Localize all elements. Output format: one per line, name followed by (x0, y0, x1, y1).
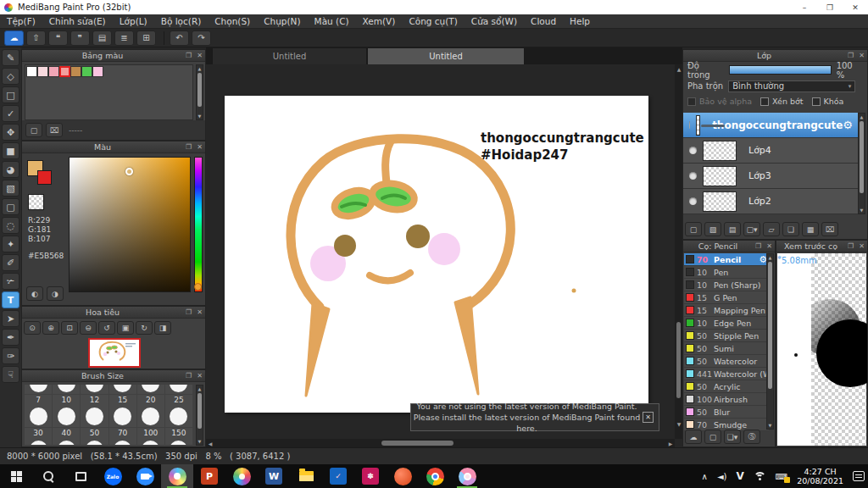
redo-button[interactable]: ↷ (192, 30, 211, 46)
rotate-right-button[interactable]: ↻ (136, 321, 153, 335)
close-panel-icon[interactable]: ✕ (194, 308, 205, 316)
palette-swatch[interactable] (48, 66, 59, 77)
hue-cursor[interactable] (194, 283, 202, 291)
taskbar-medibang-active[interactable] (161, 464, 193, 488)
select-rect-tool[interactable]: ▢ (2, 198, 19, 215)
move-tool[interactable]: ✥ (2, 124, 19, 141)
brush-row[interactable]: 50 Watercolor ⚙ (684, 355, 769, 368)
taskbar-app-pink[interactable]: ✽ (354, 464, 387, 488)
fill-rect-tool[interactable]: ■ (2, 142, 19, 159)
brush-row[interactable]: 10 Pen (Sharp) ⚙ (684, 279, 769, 291)
taskbar-zoom[interactable] (129, 464, 161, 488)
list-button[interactable]: ≣ (114, 30, 134, 46)
keyboard-indicator-icon[interactable]: ⌨ (776, 472, 787, 481)
unikey-input-indicator[interactable]: V (737, 470, 744, 482)
taskbar-app-blue[interactable]: ✓ (322, 464, 354, 488)
minimize-button[interactable]: – (792, 3, 817, 12)
brush-size-cell[interactable] (25, 385, 53, 395)
brush-size-cell[interactable] (165, 439, 193, 445)
menu-item[interactable]: Cửa sổ(W) (465, 14, 524, 29)
layer-row[interactable]: thongoccungtrangcute ⚙ (683, 113, 860, 138)
eraser-tool[interactable]: ◇ (2, 68, 19, 85)
palette-mode-button[interactable]: ◐ (26, 286, 43, 301)
palette-swatch[interactable] (92, 66, 103, 77)
eyedropper-tool[interactable]: ✒ (2, 329, 19, 346)
action-center-icon[interactable] (853, 471, 865, 481)
brush-size-cell[interactable] (109, 439, 137, 445)
lasso-tool[interactable]: ◌ (2, 217, 19, 234)
magic-wand-tool[interactable]: ✦ (2, 236, 19, 252)
layer-visibility-toggle[interactable] (689, 147, 697, 154)
taskbar-chrome-2-active[interactable] (451, 464, 483, 488)
brush-size-cell[interactable] (109, 385, 137, 395)
select-pen-tool[interactable]: ✐ (2, 254, 19, 271)
text-tool[interactable]: T (2, 291, 19, 308)
menu-item[interactable]: Xem(V) (356, 14, 403, 29)
brush-size-cell[interactable] (53, 406, 81, 428)
add-color-button[interactable]: ▢ (25, 123, 42, 137)
layer-row[interactable]: Lớp3 ⚙ (683, 164, 860, 189)
brush-size-cell[interactable] (137, 385, 165, 395)
task-view-button[interactable] (64, 464, 97, 488)
layer-folder-button[interactable]: ▱ (763, 222, 780, 236)
menu-item[interactable]: Cloud (524, 14, 563, 29)
palette-swatch[interactable] (70, 66, 81, 77)
notification-close-button[interactable]: ✕ (643, 412, 654, 423)
add-brush-button[interactable]: ▢ (704, 430, 721, 444)
close-panel-icon[interactable]: ✕ (764, 242, 775, 250)
brush-row[interactable]: 50 Blur ⚙ (684, 406, 769, 419)
gear-icon[interactable]: ⚙ (843, 119, 853, 131)
brush-size-cell[interactable] (25, 406, 53, 428)
taskbar-zalo[interactable]: Zalo (97, 464, 129, 488)
transparent-color-swatch[interactable] (28, 194, 44, 210)
clock[interactable]: 4:27 CH20/08/2021 (797, 467, 843, 485)
merge-layer-button[interactable]: ▦ (802, 222, 819, 236)
close-button[interactable]: ✕ (843, 3, 868, 12)
restore-button[interactable]: ❐ (817, 3, 843, 12)
brush-row[interactable]: 50 Acrylic ⚙ (684, 380, 769, 393)
popup-panel-icon[interactable]: ❐ (183, 143, 194, 151)
brush-size-cell[interactable] (165, 406, 193, 428)
brush-size-cell[interactable] (25, 439, 53, 445)
cloud-button[interactable]: ☁ (4, 30, 24, 46)
brush-tool[interactable]: ✎ (2, 49, 19, 66)
drawing-canvas[interactable]: thongoccungtrangcute #Hoidap247 (225, 96, 648, 413)
brush-row[interactable]: 10 Edge Pen ⚙ (684, 317, 769, 330)
publish-button[interactable]: ⇧ (26, 30, 46, 46)
taskbar-chrome[interactable] (419, 464, 451, 488)
curve-tool[interactable]: ✓ (2, 105, 19, 122)
popup-panel-icon[interactable]: ❐ (183, 372, 194, 380)
palette-scrollbar[interactable]: ▲ ▼ (196, 64, 203, 120)
alpha-protect-checkbox[interactable]: Bảo vệ alpha (687, 97, 760, 106)
delete-color-button[interactable]: ⌧ (46, 123, 63, 137)
close-panel-icon[interactable]: ✕ (194, 372, 205, 380)
brush-scrollbar[interactable]: ▲ ▼ (766, 253, 774, 430)
brush-row[interactable]: 50 Sumi ⚙ (684, 342, 769, 355)
add-layer-menu-button[interactable]: ▢▾ (743, 222, 760, 236)
close-panel-icon[interactable]: ✕ (856, 242, 867, 250)
duplicate-layer-button[interactable]: ❏ (782, 222, 799, 236)
zoom-out-button[interactable]: ⊖ (80, 321, 97, 335)
layer-row[interactable]: Lớp4 ⚙ (683, 138, 860, 164)
brush-size-cell[interactable] (165, 385, 193, 395)
document-tab-2-active[interactable]: Untitled (367, 47, 525, 64)
close-panel-icon[interactable]: ✕ (856, 52, 867, 59)
add-8bit-layer-button[interactable]: ▧ (704, 222, 721, 236)
hand-tool[interactable]: ☟ (2, 366, 19, 383)
hue-slider[interactable] (194, 157, 203, 292)
taskbar-search-button[interactable] (32, 464, 64, 488)
layer-row[interactable]: Lớp2 ⚙ (683, 189, 860, 214)
brush-script-button[interactable]: Ⓢ (743, 430, 760, 444)
tray-chevron-icon[interactable]: ∧ (702, 472, 708, 481)
saturation-value-picker[interactable] (69, 157, 191, 292)
brush-row[interactable]: 15 Mapping Pen ⚙ (684, 304, 769, 317)
menu-item[interactable]: Lớp(L) (113, 14, 154, 29)
brush-size-cell[interactable] (53, 439, 81, 445)
lock-checkbox[interactable]: Khóa (812, 97, 853, 106)
fit-screen-button[interactable]: ⊡ (61, 321, 78, 335)
menu-item[interactable]: Bộ lọc(R) (154, 14, 209, 29)
brush-size-cell[interactable] (137, 439, 165, 445)
grid-button[interactable]: ⊞ (136, 30, 156, 46)
brush-image-button[interactable]: ❏▾ (724, 430, 741, 444)
menu-item[interactable]: Tệp(F) (0, 14, 42, 29)
